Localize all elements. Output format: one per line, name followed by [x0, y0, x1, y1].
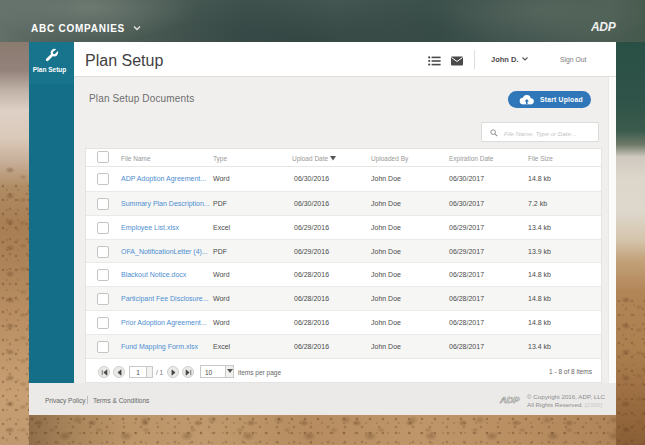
svg-text:ADP: ADP — [499, 394, 520, 405]
svg-text:ADP: ADP — [591, 20, 617, 34]
